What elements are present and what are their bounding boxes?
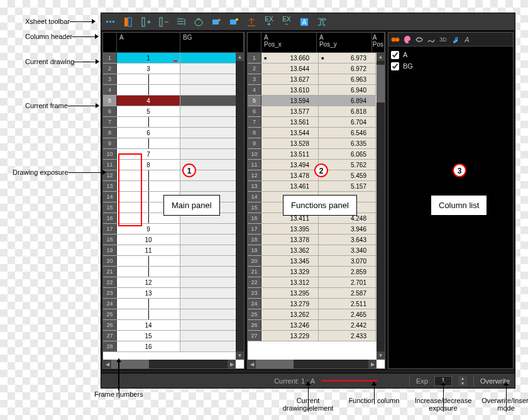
func-row[interactable]: 2113.3292.859 [248,267,385,277]
main-row[interactable]: 4 [103,85,244,96]
func-cell[interactable]: 13.544 [261,128,319,138]
cell[interactable] [180,331,244,341]
col-header-posy[interactable]: APos_y [317,33,372,52]
cell[interactable] [180,96,244,106]
func-cell[interactable]: 13.329 [261,267,319,277]
main-row[interactable]: 2715 [103,331,244,341]
col-header-A[interactable]: A [117,33,180,52]
col-header-BG[interactable]: BG [180,33,244,52]
main-row[interactable]: 65 [103,106,244,117]
peg-icon[interactable] [390,34,401,45]
func-cell[interactable]: 2.859 [319,267,376,277]
ex-minus-icon[interactable]: EX− [278,14,295,30]
func-row[interactable]: 913.5286.335 [248,138,385,149]
func-cell[interactable]: 2.465 [319,309,376,319]
cell[interactable] [180,149,244,159]
func-cell[interactable]: 3.070 [319,256,376,266]
func-cell[interactable]: 13.528 [261,138,319,148]
fx-icon[interactable] [414,34,425,45]
main-row[interactable]: 23 [103,64,244,74]
upload-icon[interactable] [243,14,260,30]
func-row[interactable]: 2013.3453.070 [248,256,385,267]
main-row[interactable]: 107 [103,149,244,160]
main-row[interactable]: 20 [103,256,244,267]
cell[interactable]: 12 [117,277,180,287]
cell[interactable]: 8 [117,160,180,170]
main-row[interactable]: 13 [103,181,244,192]
func-cell[interactable]: 3.643 [319,235,376,245]
cell[interactable] [180,320,244,330]
func-cell[interactable]: 5.157 [319,181,376,191]
func-row[interactable]: 1013.5116.065 [248,149,385,160]
add-column-icon[interactable] [138,14,154,30]
cell[interactable] [180,256,244,266]
cell[interactable]: 5 [117,106,180,116]
cell[interactable]: 10 [117,235,180,245]
cell[interactable]: 7 [117,149,180,159]
main-row[interactable]: 24 [103,299,244,309]
cell[interactable]: 11 [117,245,180,255]
func-cell[interactable]: 13.295 [261,288,319,298]
func-cell[interactable]: 13.378 [261,235,319,245]
main-row[interactable]: 11 [103,53,244,64]
main-row[interactable]: 2313 [103,288,244,299]
func-row[interactable]: 513.5946.894 [248,96,385,106]
func-cell[interactable]: 6.065 [319,149,376,159]
func-row[interactable]: 413.6106.940 [248,85,385,96]
cell[interactable] [117,267,180,277]
cell[interactable] [117,309,180,319]
line-mode-icon[interactable] [173,14,189,30]
func-cell[interactable]: 6.963 [319,74,376,84]
cell[interactable]: 4 [117,96,180,106]
func-row[interactable]: 313.6276.963 [248,74,385,85]
main-row[interactable]: 1810 [103,235,244,245]
column-checkbox[interactable] [391,62,399,70]
func-cell[interactable]: 13.478 [261,170,319,180]
main-row[interactable]: 2212 [103,277,244,288]
a-fill-icon[interactable]: A [296,14,312,30]
column-list-item[interactable]: BG [391,60,510,72]
cell[interactable] [180,277,244,287]
func-row[interactable]: 713.5616.704 [248,117,385,128]
cell[interactable] [117,85,180,95]
cell[interactable]: 1 [117,53,180,63]
func-row[interactable]: 2513.2622.465 [248,309,385,320]
cell[interactable] [180,288,244,298]
func-cell[interactable]: 13.246 [261,320,319,330]
func-scroll-h[interactable]: ◀▶ [248,360,377,368]
cell[interactable] [117,299,180,309]
curve-icon[interactable] [426,34,437,45]
func-cell[interactable]: 13.644 [261,64,319,74]
cell[interactable]: 9 [117,224,180,234]
main-row[interactable]: 54 [103,96,244,106]
cell[interactable] [180,138,244,148]
func-cell[interactable]: 13.660 [261,53,319,63]
func-row[interactable]: 613.5776.818 [248,106,385,117]
func-cell[interactable]: 13.279 [261,299,319,309]
main-row[interactable]: 179 [103,224,244,235]
paint-rect-icon[interactable] [208,14,224,30]
column-list-item[interactable]: A [391,49,510,60]
3d-icon[interactable]: 3D [437,34,449,45]
cell[interactable] [117,138,180,148]
main-row[interactable]: 12 [103,170,244,181]
func-row[interactable]: 113.6606.973 [248,53,385,64]
cell[interactable]: 16 [117,341,180,351]
cell[interactable] [180,245,244,255]
cell[interactable]: 13 [117,288,180,298]
cell[interactable]: 3 [117,64,180,74]
func-cell[interactable]: 6.972 [319,64,376,74]
func-cell[interactable]: 13.362 [261,245,319,255]
func-cell[interactable]: 6.546 [319,128,376,138]
cell[interactable] [180,341,244,351]
func-cell[interactable]: 2.587 [319,288,376,298]
func-cell[interactable]: 13.610 [261,85,319,95]
func-cell[interactable]: 6.335 [319,138,376,148]
func-cell[interactable]: 2.701 [319,277,376,287]
func-cell[interactable]: 2.442 [319,320,376,330]
col-header-extra[interactable]: APos [372,33,385,52]
func-row[interactable]: 1313.4615.157 [248,181,385,192]
func-cell[interactable]: 2.511 [319,299,376,309]
func-cell[interactable]: 3.340 [319,245,376,255]
func-cell[interactable]: 13.312 [261,277,319,287]
